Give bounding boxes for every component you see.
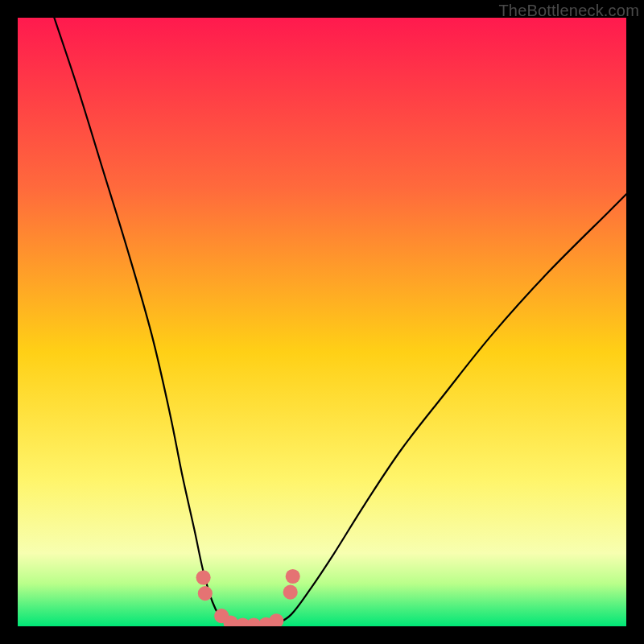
curve-marker: [283, 585, 298, 600]
chart-frame: [18, 18, 626, 626]
curve-marker: [286, 569, 300, 584]
curve-marker: [198, 586, 213, 601]
bottleneck-chart: [18, 18, 626, 626]
gradient-background: [18, 18, 626, 626]
watermark-text: TheBottleneck.com: [498, 2, 639, 20]
curve-marker: [196, 570, 211, 584]
